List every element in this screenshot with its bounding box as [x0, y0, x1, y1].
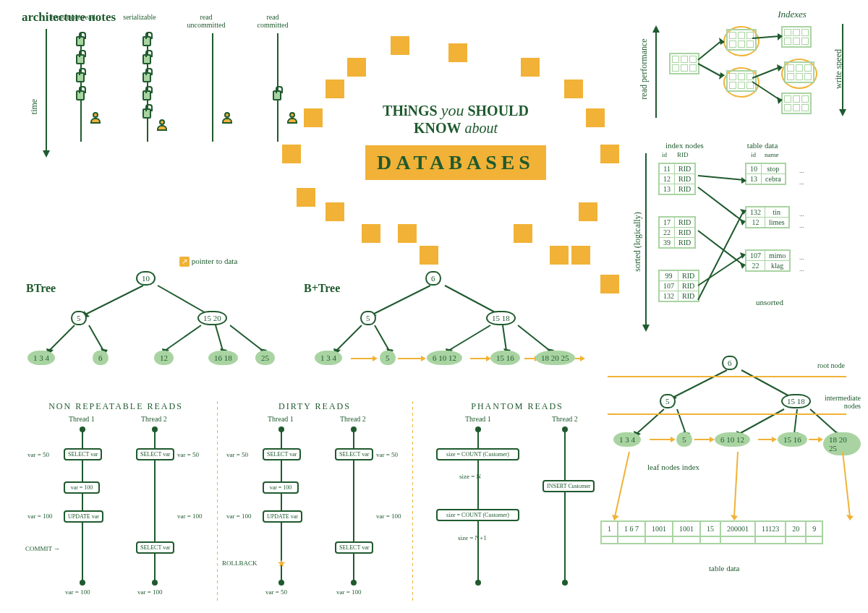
dr-t1-op0: SELECT var [263, 448, 301, 460]
nr-t2-label: Thread 2 [141, 415, 167, 423]
bptL-mid-left: 5 [660, 394, 676, 408]
dr-t1-op2: UPDATE var [263, 510, 302, 523]
table-data-row: 1 1 6 7 1001 1001 15 200001 11123 20 9 [600, 520, 823, 544]
nr-t2-op0: SELECT var [136, 448, 174, 460]
indexes-region: Indexes read performance write speed [637, 9, 854, 121]
idxmap-left-header: index nodes [665, 141, 704, 150]
title-word2: you [441, 101, 464, 119]
time-label: time [29, 99, 40, 114]
pointer-legend: ↗ pointer to data [179, 257, 237, 267]
bpt-root: 6 [425, 271, 441, 286]
btree-leaf-4: 25 [255, 351, 275, 365]
dr-t2-op0: SELECT var [335, 448, 373, 460]
time-axis-arrow [40, 29, 53, 159]
title-word3: SHOULD [467, 103, 528, 119]
pointer-legend-text: pointer to data [192, 257, 238, 265]
btree-root: 10 [136, 271, 156, 286]
title-block: THiNGS you SHOULD KNOW about DATABASES [304, 80, 600, 246]
nr-t1-label: Thread 1 [69, 415, 95, 423]
title-word5: about [465, 120, 498, 136]
nr-t2-s1: var = 100 [177, 513, 203, 520]
nr-t2-s2: var = 100 [137, 588, 163, 596]
bptL-leaf-links [608, 429, 861, 450]
nr-t1-op2: UPDATE var [64, 510, 103, 523]
rootnode-label: root node [817, 361, 845, 369]
indexes-title: Indexes [731, 9, 854, 20]
pr-t2-label: Thread 2 [552, 415, 578, 423]
pointer-icon: ↗ [179, 257, 190, 267]
btree-mid-right: 15 20 [197, 311, 227, 325]
bplustree-diagram: B+Tree 6 5 15 18 1 3 4 5 6 10 12 15 16 1… [304, 267, 579, 398]
dr-t1-label: Thread 1 [268, 415, 294, 423]
title-text: THiNGS you SHOULD KNOW about DATABASES [347, 101, 564, 180]
nr-t1-s3: var = 100 [65, 588, 90, 596]
iso-label-1: serializable [117, 13, 162, 29]
idx-graph-arrows [637, 20, 854, 121]
bpt-leaf-4: 18 20 25 [535, 351, 575, 365]
isolation-levels: repeatable read serializable read uncomm… [22, 7, 297, 159]
iso-label-0: repeatable read [51, 13, 95, 29]
nr-t1-op0: SELECT var [64, 448, 102, 460]
svg-marker-1 [43, 150, 50, 158]
bpt-leaf-2: 6 10 12 [427, 351, 462, 365]
svg-marker-29 [777, 97, 783, 104]
pr-t1-op1: size = N [459, 473, 481, 480]
bplustree-connectors [304, 267, 579, 398]
iso-label-2: read uncommitted [184, 13, 229, 29]
index-map-region: index nodes table data sorted (logically… [637, 141, 854, 338]
btree-leaf-1: 6 [93, 351, 109, 365]
btree-leaf-3: 16 18 [208, 351, 238, 365]
rollback-star-icon: ★ [277, 557, 286, 570]
pr-t1-op0: size = COUNT (Customer) [436, 448, 519, 460]
bpt-leaf-0: 1 3 4 [315, 351, 342, 365]
svg-marker-50 [846, 515, 854, 520]
bpt-mid-right: 15 18 [486, 311, 516, 325]
divider-1 [217, 401, 218, 604]
svg-marker-47 [818, 437, 823, 442]
pr-t1-op3: size = N+1 [458, 534, 487, 541]
dr-t1-s0: var = 50 [226, 451, 248, 458]
btree-connectors [20, 267, 288, 398]
dr-t2-op1: SELECT var [335, 541, 373, 554]
iso-label-3: read committed [250, 13, 295, 29]
dr-t2-s2: var = 100 [336, 588, 362, 596]
svg-marker-20 [580, 356, 585, 361]
btree-mid-left: 5 [71, 311, 87, 325]
svg-marker-48 [612, 515, 619, 520]
svg-marker-26 [719, 72, 725, 80]
nr-t1-s2: COMMIT → [25, 545, 60, 552]
dr-t2-label: Thread 2 [340, 415, 366, 423]
dr-t2-s0: var = 50 [376, 451, 398, 458]
dr-t1-s2: ROLLBACK [222, 560, 258, 567]
bpt-leaf-1: 5 [380, 351, 396, 365]
nr-title: NON REPEATABLE READS [29, 401, 203, 412]
nr-t1-s1: var = 100 [27, 513, 53, 520]
idxmap-cross-arrows [637, 150, 854, 330]
svg-marker-27 [778, 33, 783, 40]
tabledata-label: table data [709, 564, 739, 573]
svg-marker-32 [741, 177, 746, 184]
svg-marker-33 [740, 219, 746, 226]
btree-leaf-2: 12 [154, 351, 174, 365]
pr-title: PHANTOM READS [423, 401, 611, 412]
dr-t1-s3: var = 50 [265, 588, 287, 596]
nr-t1-op1: var = 100 [64, 481, 100, 494]
anomaly-phantom: PHANTOM READS Thread 1 Thread 2 size = C… [423, 401, 611, 603]
nr-t1-s0: var = 50 [27, 451, 49, 458]
pr-t1-label: Thread 1 [465, 415, 491, 423]
nr-t2-op1: SELECT var [136, 541, 174, 554]
dr-t2-s1: var = 100 [376, 513, 401, 520]
pr-t2-op0: INSERT Customer [542, 480, 595, 492]
title-word1: THiNGS [383, 103, 438, 119]
svg-marker-49 [731, 515, 738, 520]
pr-t1-op2: size = COUNT (Customer) [436, 509, 519, 521]
btree-diagram: BTree ↗ pointer to data 10 5 15 20 1 3 4… [20, 267, 288, 398]
svg-marker-28 [777, 64, 783, 72]
svg-marker-36 [740, 209, 746, 215]
bptL-to-table-arrows [608, 448, 861, 528]
bptL-mid-right: 15 18 [781, 394, 811, 408]
svg-marker-16 [373, 356, 378, 361]
btree-leaf-0: 1 3 4 [27, 351, 55, 365]
bpt-mid-left: 5 [360, 311, 376, 325]
svg-marker-45 [710, 437, 715, 442]
